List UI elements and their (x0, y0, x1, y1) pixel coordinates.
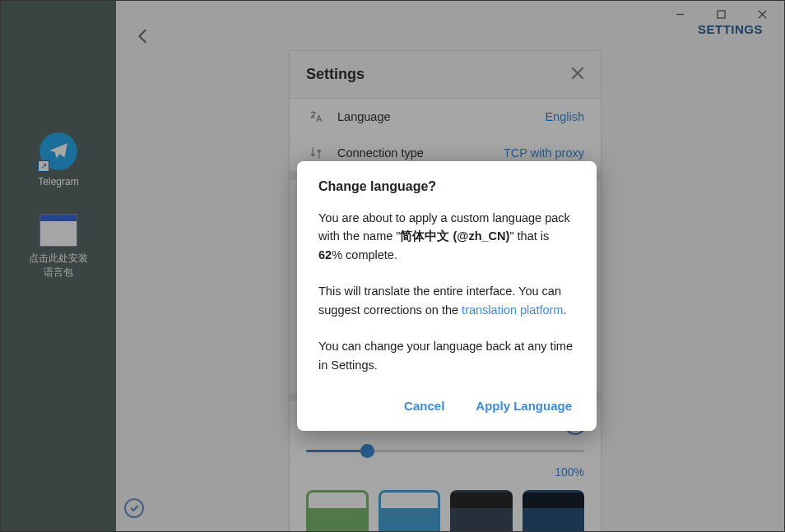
apply-language-button[interactable]: Apply Language (472, 392, 575, 419)
text: . (563, 303, 566, 317)
completion-pct: 62 (318, 248, 332, 261)
text: % complete. (332, 248, 397, 261)
dialog-buttons: Cancel Apply Language (318, 392, 575, 419)
langpack-name: 简体中文 (@zh_CN) (400, 229, 509, 243)
dialog-body-3: You can change your language back at any… (318, 337, 575, 374)
translation-platform-link[interactable]: translation platform (462, 303, 563, 317)
dialog-body-2: This will translate the entire interface… (318, 282, 575, 319)
dialog-title: Change language? (318, 179, 575, 194)
cancel-button[interactable]: Cancel (401, 392, 448, 419)
change-language-dialog: Change language? You are about to apply … (297, 161, 597, 431)
dialog-body-1: You are about to apply a custom language… (318, 209, 575, 264)
text: " that is (509, 229, 549, 243)
